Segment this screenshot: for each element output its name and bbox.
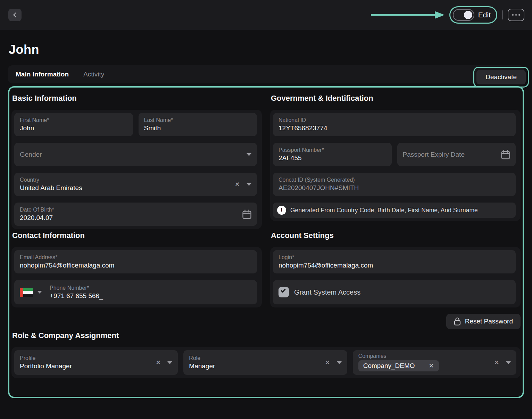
- section-title: Account Settings: [271, 231, 521, 240]
- email-value: nohopim754@officemalaga.com: [20, 262, 251, 269]
- email-label: Email Address*: [20, 254, 251, 261]
- section-title: Basic Information: [12, 94, 262, 103]
- phone-value: +971 67 655 566_: [50, 292, 103, 300]
- reset-password-label: Reset Password: [465, 318, 513, 325]
- phone-field[interactable]: Phone Number* +971 67 655 566_: [14, 280, 257, 304]
- first-name-field[interactable]: First Name* John: [14, 113, 133, 136]
- passport-number-label: Passport Number*: [279, 147, 386, 153]
- calendar-icon[interactable]: [242, 209, 251, 219]
- passport-expiry-placeholder: Passport Expiry Date: [403, 151, 510, 158]
- clear-icon[interactable]: ✕: [235, 182, 240, 187]
- first-name-label: First Name*: [20, 117, 127, 123]
- tab-activity[interactable]: Activity: [83, 71, 104, 78]
- national-id-field[interactable]: National ID 12YT656823774: [273, 113, 516, 136]
- login-label: Login*: [279, 254, 510, 261]
- section-contact-information: Contact Information Email Address* nohop…: [11, 229, 262, 307]
- profile-select[interactable]: Profile Portfolio Manager ✕: [14, 350, 178, 375]
- chevron-down-icon[interactable]: [167, 361, 172, 364]
- grant-access-label: Grant System Access: [294, 288, 360, 296]
- passport-number-value: 2AF455: [279, 154, 386, 162]
- chevron-down-icon[interactable]: [37, 291, 42, 294]
- date-of-birth-field[interactable]: Date Of Birth* 2020.04.07: [14, 203, 257, 226]
- national-id-value: 12YT656823774: [279, 124, 510, 132]
- account-card: Login* nohopim754@officemalaga.com Grant…: [270, 247, 521, 307]
- deactivate-button[interactable]: Deactivate: [476, 70, 526, 84]
- section-role-company: Role & Company Assignment Profile Portfo…: [11, 329, 521, 378]
- page-content: John Deactivate Main Information Activit…: [0, 42, 532, 398]
- edit-toggle-highlight: Edit: [449, 6, 497, 24]
- concat-id-field: Concat ID (System Generated) AE20200407J…: [273, 173, 516, 196]
- note-text: Generated From Country Code, Birth Date,…: [290, 207, 478, 214]
- section-title: Role & Company Assignment: [12, 331, 521, 340]
- lock-icon: [454, 317, 461, 326]
- last-name-field[interactable]: Last Name* Smith: [139, 113, 257, 136]
- uae-flag-icon: [20, 288, 33, 297]
- dob-value: 2020.04.07: [20, 214, 251, 222]
- more-options-button[interactable]: [508, 9, 524, 21]
- page-title: John: [9, 42, 524, 57]
- clear-icon[interactable]: ✕: [156, 360, 160, 365]
- clear-icon[interactable]: ✕: [325, 360, 330, 365]
- profile-value: Portfolio Manager: [20, 362, 172, 370]
- passport-number-field[interactable]: Passport Number* 2AF455: [273, 143, 392, 166]
- role-select[interactable]: Role Manager ✕: [183, 350, 347, 375]
- login-field[interactable]: Login* nohopim754@officemalaga.com: [273, 250, 516, 273]
- topbar: Edit: [0, 0, 532, 30]
- national-id-label: National ID: [279, 117, 510, 123]
- section-title: Contact Information: [12, 231, 262, 240]
- country-select[interactable]: Country United Arab Emirates ✕: [14, 173, 257, 196]
- topbar-divider: [502, 10, 503, 19]
- login-value: nohopim754@officemalaga.com: [279, 262, 510, 269]
- checkbox-checked-icon[interactable]: [279, 287, 289, 297]
- concat-id-note: ! Generated From Country Code, Birth Dat…: [273, 203, 516, 218]
- grant-system-access-row[interactable]: Grant System Access: [273, 280, 516, 304]
- ellipsis-icon: [512, 14, 514, 16]
- email-field[interactable]: Email Address* nohopim754@officemalaga.c…: [14, 250, 257, 273]
- chevron-left-icon: [13, 13, 18, 17]
- company-chip-label: Company_DEMO: [363, 362, 415, 370]
- last-name-value: Smith: [144, 124, 252, 132]
- calendar-icon[interactable]: [501, 150, 510, 159]
- companies-select[interactable]: Companies Company_DEMO ✕ ✕: [353, 350, 516, 375]
- exclamation-icon: !: [277, 206, 286, 215]
- first-name-value: John: [20, 124, 127, 132]
- phone-label: Phone Number*: [50, 285, 103, 291]
- edit-toggle[interactable]: [453, 9, 474, 21]
- last-name-label: Last Name*: [144, 117, 252, 123]
- role-company-card: Profile Portfolio Manager ✕ Role Manager…: [11, 347, 521, 378]
- country-label: Country: [20, 177, 251, 183]
- section-account-settings: Account Settings Login* nohopim754@offic…: [270, 229, 521, 329]
- concat-id-value: AE20200407JOHN#SMITH: [279, 184, 510, 192]
- toggle-knob-icon: [464, 11, 472, 19]
- annotation-arrow-icon: [371, 11, 444, 19]
- section-government-identification: Government & Identification National ID …: [270, 92, 521, 221]
- topbar-actions: Edit: [371, 6, 524, 24]
- company-chip[interactable]: Company_DEMO ✕: [358, 360, 439, 371]
- chevron-down-icon[interactable]: [337, 361, 342, 364]
- role-value: Manager: [189, 362, 341, 370]
- tab-main-information[interactable]: Main Information: [16, 71, 69, 78]
- chip-close-icon[interactable]: ✕: [429, 363, 434, 369]
- main-form-highlight: Basic Information First Name* John Last …: [8, 86, 524, 398]
- profile-label: Profile: [20, 355, 172, 361]
- back-button[interactable]: [8, 9, 22, 21]
- edit-toggle-label: Edit: [478, 11, 491, 19]
- chevron-down-icon[interactable]: [247, 183, 251, 186]
- deactivate-highlight: Deactivate: [473, 67, 529, 88]
- role-label: Role: [189, 355, 341, 361]
- section-title: Government & Identification: [271, 94, 521, 103]
- contact-card: Email Address* nohopim754@officemalaga.c…: [11, 247, 262, 307]
- reset-password-button[interactable]: Reset Password: [446, 314, 521, 329]
- tab-bar: Main Information Activity: [8, 65, 524, 83]
- basic-information-card: First Name* John Last Name* Smith Gender: [11, 110, 262, 229]
- chevron-down-icon[interactable]: [506, 361, 511, 364]
- companies-label: Companies: [358, 353, 511, 359]
- dob-label: Date Of Birth*: [20, 207, 251, 213]
- gender-select[interactable]: Gender: [14, 143, 257, 166]
- section-basic-information: Basic Information First Name* John Last …: [11, 92, 262, 229]
- passport-expiry-field[interactable]: Passport Expiry Date: [397, 143, 516, 166]
- concat-id-label: Concat ID (System Generated): [279, 177, 510, 183]
- clear-icon[interactable]: ✕: [494, 360, 499, 365]
- chevron-down-icon[interactable]: [247, 153, 251, 156]
- gender-placeholder: Gender: [20, 151, 251, 158]
